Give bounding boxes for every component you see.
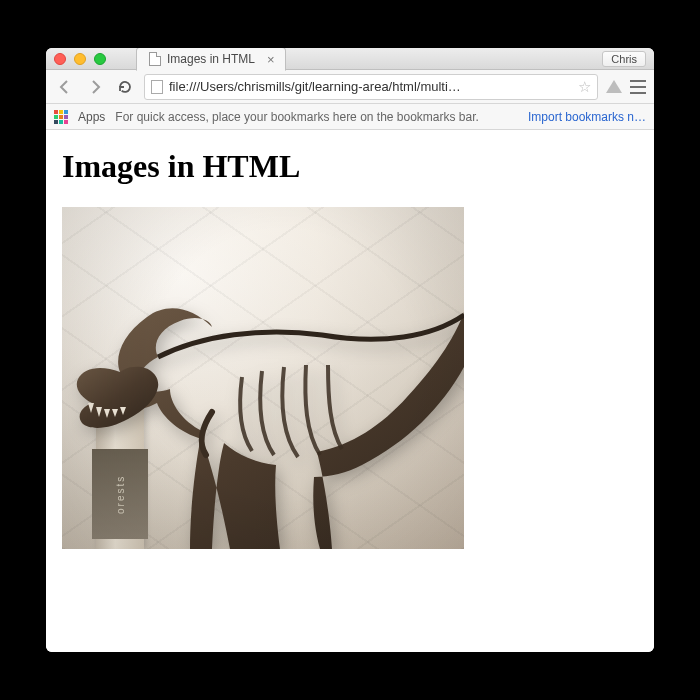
profile-button[interactable]: Chris	[602, 51, 646, 67]
reload-button[interactable]	[114, 76, 136, 98]
browser-tab[interactable]: Images in HTML ×	[136, 48, 286, 71]
apps-label[interactable]: Apps	[78, 110, 105, 124]
bookmarks-bar: Apps For quick access, place your bookma…	[46, 104, 654, 130]
page-heading: Images in HTML	[62, 148, 638, 185]
browser-window: Images in HTML × Chris file:///Users/chr…	[46, 48, 654, 652]
titlebar: Images in HTML × Chris	[46, 48, 654, 70]
import-bookmarks-link[interactable]: Import bookmarks n…	[528, 110, 646, 124]
tab-title: Images in HTML	[167, 52, 255, 66]
page-content: Images in HTML orests	[46, 130, 654, 652]
window-controls	[54, 53, 106, 65]
tab-strip: Images in HTML ×	[136, 48, 286, 70]
drive-icon[interactable]	[606, 80, 622, 93]
close-tab-icon[interactable]: ×	[267, 52, 275, 67]
bookmark-star-icon[interactable]: ☆	[578, 78, 591, 96]
file-icon	[149, 52, 161, 66]
minimize-window-button[interactable]	[74, 53, 86, 65]
forward-button[interactable]	[84, 76, 106, 98]
bookmarks-hint: For quick access, place your bookmarks h…	[115, 110, 518, 124]
url-text: file:///Users/chrismills/git/learning-ar…	[169, 79, 572, 94]
image-vignette	[62, 207, 464, 549]
close-window-button[interactable]	[54, 53, 66, 65]
maximize-window-button[interactable]	[94, 53, 106, 65]
content-image: orests	[62, 207, 464, 549]
back-button[interactable]	[54, 76, 76, 98]
hamburger-menu-icon[interactable]	[630, 80, 646, 94]
apps-icon[interactable]	[54, 110, 68, 124]
address-bar[interactable]: file:///Users/chrismills/git/learning-ar…	[144, 74, 598, 100]
file-icon	[151, 80, 163, 94]
toolbar: file:///Users/chrismills/git/learning-ar…	[46, 70, 654, 104]
